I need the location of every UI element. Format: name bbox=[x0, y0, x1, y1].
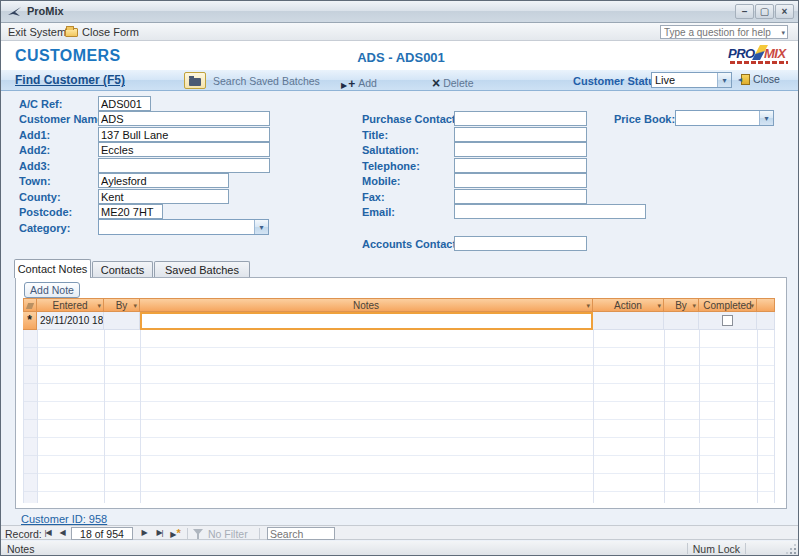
grid-line bbox=[664, 330, 665, 503]
menu-item-exit-system[interactable]: Exit System bbox=[5, 25, 69, 39]
chevron-down-icon[interactable]: ▾ bbox=[692, 299, 696, 312]
accounts-contact-input[interactable] bbox=[454, 236, 587, 251]
sort-arrow-icon[interactable]: ▾ bbox=[97, 299, 101, 312]
chevron-down-icon[interactable]: ▾ bbox=[586, 299, 590, 312]
cell-notes-active[interactable] bbox=[140, 312, 593, 330]
datasheet-grid bbox=[23, 330, 775, 503]
cell-completed[interactable] bbox=[699, 312, 757, 330]
logo-mix: MIX bbox=[764, 46, 786, 61]
cell-entered[interactable]: 29/11/2010 18:25 bbox=[37, 312, 104, 330]
town-input[interactable] bbox=[98, 173, 229, 188]
tab-contacts[interactable]: Contacts bbox=[92, 261, 153, 278]
category-select[interactable] bbox=[98, 219, 269, 235]
search-saved-batches-label[interactable]: Search Saved Batches bbox=[213, 75, 320, 87]
folder-icon bbox=[65, 28, 78, 37]
record-navigation-bar: Record: No Filter bbox=[1, 525, 798, 540]
ac-ref-input[interactable] bbox=[98, 96, 151, 111]
column-header-entered[interactable]: Entered▾ bbox=[37, 298, 104, 312]
close-window-button[interactable] bbox=[775, 4, 794, 19]
add3-label: Add3: bbox=[19, 160, 50, 172]
postcode-input[interactable] bbox=[98, 204, 163, 219]
add1-input[interactable] bbox=[98, 127, 270, 142]
close-label: Close bbox=[753, 73, 780, 85]
completed-checkbox[interactable] bbox=[722, 315, 733, 326]
cell-by2[interactable] bbox=[664, 312, 699, 330]
add-arrow-icon bbox=[341, 74, 347, 92]
chevron-down-icon[interactable]: ▾ bbox=[657, 299, 661, 312]
tab-contact-notes[interactable]: Contact Notes bbox=[14, 259, 91, 278]
add3-input[interactable] bbox=[98, 158, 270, 173]
customer-id-link[interactable]: Customer ID: 958 bbox=[21, 513, 107, 525]
exit-door-icon bbox=[741, 74, 750, 85]
email-label: Email: bbox=[362, 206, 395, 218]
column-header-by[interactable]: By▾ bbox=[104, 298, 140, 312]
resize-grip[interactable] bbox=[785, 543, 796, 554]
customer-name-input[interactable] bbox=[98, 111, 270, 126]
fax-input[interactable] bbox=[454, 189, 587, 204]
separator bbox=[259, 528, 260, 539]
record-position-input[interactable] bbox=[71, 527, 133, 540]
cell-by[interactable] bbox=[104, 312, 140, 330]
chevron-down-icon[interactable]: ▾ bbox=[750, 299, 754, 312]
window-title: ProMix bbox=[27, 5, 64, 17]
delete-label: Delete bbox=[443, 77, 473, 89]
customer-status-select[interactable]: Live bbox=[651, 72, 732, 88]
title-input[interactable] bbox=[454, 127, 587, 142]
telephone-input[interactable] bbox=[454, 158, 587, 173]
help-input-wrap: ▾ bbox=[660, 25, 788, 39]
status-bar: Notes Num Lock bbox=[1, 541, 798, 556]
select-all-icon bbox=[26, 303, 34, 309]
search-saved-batches-button[interactable] bbox=[184, 72, 206, 89]
row-selector[interactable]: * bbox=[23, 312, 37, 330]
county-input[interactable] bbox=[98, 189, 229, 204]
tab-saved-batches[interactable]: Saved Batches bbox=[154, 261, 250, 278]
chevron-down-icon[interactable]: ▾ bbox=[133, 299, 137, 312]
purchase-contact-input[interactable] bbox=[454, 111, 587, 126]
grid-line bbox=[699, 330, 700, 503]
chevron-down-icon[interactable] bbox=[717, 73, 731, 87]
delete-button[interactable]: Delete bbox=[432, 74, 474, 92]
chevron-down-icon[interactable] bbox=[759, 111, 773, 125]
customer-name-label: Customer Name: bbox=[19, 113, 107, 125]
close-form-button[interactable]: Close bbox=[741, 73, 780, 85]
first-record-button[interactable] bbox=[41, 527, 54, 539]
maximize-button[interactable] bbox=[755, 4, 774, 19]
promix-logo: PRO MIX bbox=[728, 45, 790, 67]
help-input[interactable] bbox=[664, 26, 775, 38]
mobile-label: Mobile: bbox=[362, 175, 401, 187]
record-label: Record: bbox=[5, 528, 42, 540]
add2-input[interactable] bbox=[98, 142, 270, 157]
menu-item-close-form[interactable]: Close Form bbox=[79, 25, 142, 39]
chevron-down-icon[interactable] bbox=[254, 220, 268, 234]
minimize-button[interactable] bbox=[735, 4, 754, 19]
add-note-button[interactable]: Add Note bbox=[24, 282, 80, 298]
menu-bar: Exit System Close Form ▾ bbox=[1, 23, 798, 41]
grid-line bbox=[757, 330, 758, 503]
column-header-by2[interactable]: By▾ bbox=[664, 298, 699, 312]
find-customer-link[interactable]: Find Customer (F5) bbox=[15, 73, 125, 87]
salutation-input[interactable] bbox=[454, 142, 587, 157]
add-button[interactable]: Add bbox=[341, 74, 377, 92]
form-header: CUSTOMERS ADS - ADS001 PRO MIX bbox=[1, 41, 798, 69]
record-search-input[interactable] bbox=[267, 527, 335, 540]
mobile-input[interactable] bbox=[454, 173, 587, 188]
add-plus-icon bbox=[350, 74, 355, 92]
county-label: County: bbox=[19, 191, 61, 203]
logo-tagline bbox=[730, 61, 788, 64]
grid-line bbox=[593, 330, 594, 503]
cell-action-required[interactable] bbox=[593, 312, 664, 330]
column-header-action-required[interactable]: Action Required▾ bbox=[593, 298, 664, 312]
next-record-button[interactable] bbox=[138, 527, 151, 539]
column-header-completed[interactable]: Completed▾ bbox=[699, 298, 757, 312]
select-all-cell[interactable] bbox=[23, 298, 37, 312]
customer-status-value: Live bbox=[655, 74, 675, 86]
price-book-select[interactable] bbox=[675, 110, 774, 126]
last-record-button[interactable] bbox=[153, 527, 166, 539]
chevron-down-icon[interactable]: ▾ bbox=[781, 29, 785, 37]
email-input[interactable] bbox=[454, 204, 646, 219]
column-header-notes[interactable]: Notes▾ bbox=[140, 298, 593, 312]
telephone-label: Telephone: bbox=[362, 160, 420, 172]
new-record-button[interactable] bbox=[169, 527, 182, 539]
previous-record-button[interactable] bbox=[56, 527, 69, 539]
form-toolbar: Find Customer (F5) Search Saved Batches … bbox=[1, 69, 798, 91]
